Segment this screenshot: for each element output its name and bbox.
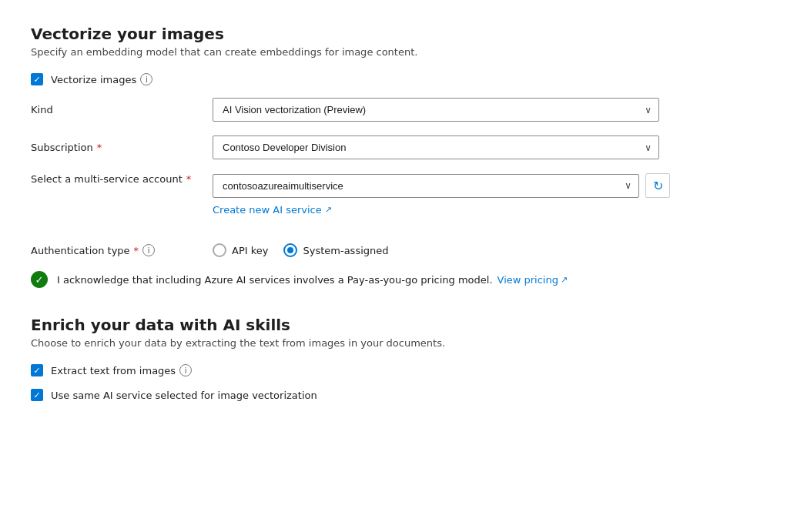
extract-text-checkbox[interactable]: ✓ [31,364,43,376]
extract-text-check-icon: ✓ [33,366,40,375]
vectorize-info-icon[interactable]: i [140,73,152,85]
enrich-title: Enrich your data with AI skills [31,316,773,334]
multi-service-select[interactable]: contosoazureaimultiservice [213,174,639,198]
subscription-row: Subscription * Contoso Developer Divisio… [31,136,773,159]
vectorize-section: Vectorize your images Specify an embeddi… [31,25,773,288]
use-same-service-checkbox-row: ✓ Use same AI service selected for image… [31,389,773,401]
enrich-description: Choose to enrich your data by extracting… [31,337,773,349]
view-pricing-link[interactable]: View pricing ↗ [497,274,568,286]
subscription-label: Subscription * [31,142,200,153]
kind-select-wrapper: AI Vision vectorization (Preview) Azure … [213,98,659,122]
auth-system-assigned-radio[interactable] [283,243,297,257]
subscription-select[interactable]: Contoso Developer Division [213,136,659,159]
use-same-service-check-icon: ✓ [33,391,40,400]
multi-service-row: Select a multi-service account * contoso… [31,173,773,229]
use-same-service-checkbox[interactable]: ✓ [31,389,43,401]
vectorize-checkbox-label: Vectorize images i [51,73,152,85]
kind-select[interactable]: AI Vision vectorization (Preview) Azure … [213,98,659,122]
create-link-external-icon: ↗ [325,205,332,215]
auth-api-key-option[interactable]: API key [213,243,268,257]
subscription-select-wrapper: Contoso Developer Division ∨ [213,136,659,159]
create-ai-service-link[interactable]: Create new AI service ↗ [213,204,670,216]
check-mark-icon: ✓ [33,75,40,84]
vectorize-description: Specify an embedding model that can crea… [31,46,773,58]
use-same-service-label: Use same AI service selected for image v… [51,390,317,401]
vectorize-checkbox[interactable]: ✓ [31,73,43,85]
enrich-section: Enrich your data with AI skills Choose t… [31,313,773,401]
auth-api-key-radio[interactable] [213,243,226,257]
radio-dot [287,247,293,253]
acknowledge-check-icon: ✓ [31,271,48,288]
multi-service-label: Select a multi-service account * [31,173,200,185]
acknowledge-row: ✓ I acknowledge that including Azure AI … [31,271,773,288]
extract-text-info-icon[interactable]: i [179,364,192,376]
auth-info-icon[interactable]: i [142,244,155,256]
multi-service-required-star: * [186,173,192,185]
acknowledge-text: I acknowledge that including Azure AI se… [57,274,568,286]
multi-service-col: contosoazureaimultiservice ∨ ↻ Create ne… [213,173,670,229]
auth-system-assigned-option[interactable]: System-assigned [283,243,388,257]
multi-service-select-wrapper: contosoazureaimultiservice ∨ [213,174,639,198]
auth-api-key-label: API key [232,245,268,256]
vectorize-title: Vectorize your images [31,25,773,43]
auth-label: Authentication type * i [31,244,200,256]
kind-label: Kind [31,104,200,115]
vectorize-checkbox-row: ✓ Vectorize images i [31,73,773,85]
auth-system-assigned-label: System-assigned [303,245,388,256]
kind-row: Kind AI Vision vectorization (Preview) A… [31,98,773,122]
subscription-required-star: * [97,142,102,153]
extract-text-label: Extract text from images i [51,364,192,376]
auth-row: Authentication type * i API key System-a… [31,243,773,257]
view-pricing-external-icon: ↗ [561,275,568,285]
refresh-button[interactable]: ↻ [645,173,670,198]
extract-text-checkbox-row: ✓ Extract text from images i [31,364,773,376]
refresh-icon: ↻ [653,179,663,193]
multi-service-select-group: contosoazureaimultiservice ∨ ↻ [213,173,670,198]
auth-required-star: * [134,245,139,256]
auth-radio-group: API key System-assigned [213,243,773,257]
